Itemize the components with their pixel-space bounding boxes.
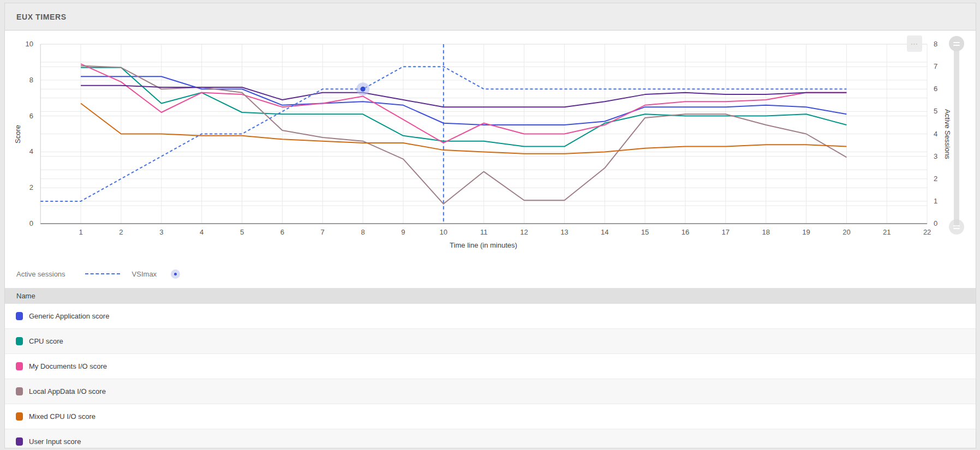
left-tick-label: 2 bbox=[29, 183, 33, 191]
right-tick-label: 2 bbox=[934, 175, 937, 183]
x-tick-label: 3 bbox=[159, 228, 163, 236]
table-row[interactable]: Local AppData I/O score bbox=[5, 379, 976, 404]
table-header: Name bbox=[5, 288, 976, 304]
sessions-slider-track[interactable] bbox=[954, 44, 959, 227]
table-row[interactable]: Generic Application score bbox=[5, 304, 976, 329]
x-tick-label: 22 bbox=[923, 228, 931, 236]
series-color-swatch bbox=[16, 337, 23, 345]
vsimax-point[interactable] bbox=[361, 87, 366, 92]
series-color-swatch bbox=[16, 437, 23, 446]
x-tick-label: 2 bbox=[119, 228, 123, 236]
right-tick-label: 1 bbox=[934, 197, 937, 205]
line-chart: 1234567891011121314151617181920212202468… bbox=[5, 31, 976, 260]
right-tick-label: 3 bbox=[934, 152, 937, 160]
right-tick-label: 5 bbox=[934, 107, 937, 115]
x-tick-label: 4 bbox=[200, 228, 204, 236]
series-color-swatch bbox=[16, 362, 23, 370]
x-tick-label: 15 bbox=[641, 228, 649, 236]
series-line-generic-application-score[interactable] bbox=[81, 76, 846, 125]
series-line-mixed-cpu-i-o-score[interactable] bbox=[81, 104, 846, 154]
panel-title: EUX TIMERS bbox=[16, 13, 67, 21]
right-tick-label: 7 bbox=[934, 62, 937, 70]
chart-region: 1234567891011121314151617181920212202468… bbox=[5, 31, 976, 260]
series-line-my-documents-i-o-score[interactable] bbox=[81, 64, 846, 143]
series-color-swatch bbox=[16, 387, 23, 395]
active-sessions-dash-icon bbox=[85, 273, 120, 274]
series-name-label: CPU score bbox=[29, 337, 63, 345]
left-tick-label: 8 bbox=[29, 76, 33, 84]
legend-vsimax-label: VSImax bbox=[132, 270, 157, 278]
x-tick-label: 9 bbox=[401, 228, 405, 236]
table-header-name: Name bbox=[16, 292, 35, 300]
handle-grip-icon bbox=[953, 225, 960, 226]
x-tick-label: 18 bbox=[762, 228, 769, 236]
table-row[interactable]: CPU score bbox=[5, 329, 976, 354]
right-tick-label: 4 bbox=[934, 130, 937, 138]
x-tick-label: 20 bbox=[842, 228, 850, 236]
left-tick-label: 10 bbox=[26, 40, 33, 48]
table-row[interactable]: Mixed CPU I/O score bbox=[5, 404, 976, 429]
table-row[interactable]: My Documents I/O score bbox=[5, 354, 976, 379]
sessions-slider-handle-top[interactable] bbox=[949, 36, 964, 51]
series-name-label: Mixed CPU I/O score bbox=[29, 412, 95, 421]
right-axis-title: Active Sessions bbox=[943, 109, 952, 159]
x-tick-label: 6 bbox=[280, 228, 284, 236]
left-tick-label: 6 bbox=[29, 112, 33, 120]
eux-timers-panel: EUX TIMERS 12345678910111213141516171819… bbox=[4, 3, 976, 448]
legend-active-sessions-label: Active sessions bbox=[16, 270, 65, 278]
x-tick-label: 8 bbox=[361, 228, 364, 236]
sessions-slider-handle-bottom[interactable] bbox=[949, 219, 964, 235]
x-tick-label: 7 bbox=[321, 228, 325, 236]
left-tick-label: 4 bbox=[29, 147, 33, 155]
series-name-label: Local AppData I/O score bbox=[29, 387, 106, 395]
handle-grip-icon bbox=[953, 42, 960, 43]
x-tick-label: 5 bbox=[240, 228, 244, 236]
series-name-label: Generic Application score bbox=[29, 312, 109, 320]
series-table: Generic Application score CPU score My D… bbox=[5, 304, 976, 448]
x-tick-label: 10 bbox=[440, 228, 447, 236]
right-tick-label: 0 bbox=[934, 219, 937, 227]
x-tick-label: 19 bbox=[802, 228, 810, 236]
x-tick-label: 14 bbox=[601, 228, 608, 236]
series-name-label: My Documents I/O score bbox=[29, 362, 107, 370]
chart-legend: Active sessions VSImax bbox=[5, 260, 976, 288]
x-tick-label: 13 bbox=[560, 228, 568, 236]
x-axis-title: Time line (in minutes) bbox=[450, 241, 517, 249]
panel-header: EUX TIMERS bbox=[5, 3, 976, 31]
x-tick-label: 16 bbox=[682, 228, 689, 236]
left-axis-title: Score bbox=[14, 125, 22, 143]
chart-menu-button[interactable]: ⋯ bbox=[907, 35, 922, 52]
vsimax-marker-icon bbox=[171, 269, 180, 279]
right-tick-label: 8 bbox=[934, 40, 937, 48]
left-tick-label: 0 bbox=[29, 219, 33, 227]
series-name-label: User Input score bbox=[29, 437, 81, 446]
series-line-local-appdata-i-o-score[interactable] bbox=[81, 65, 846, 203]
x-tick-label: 12 bbox=[520, 228, 528, 236]
handle-grip-icon bbox=[953, 228, 960, 229]
right-tick-label: 6 bbox=[934, 85, 937, 93]
handle-grip-icon bbox=[953, 45, 960, 46]
x-tick-label: 17 bbox=[722, 228, 730, 236]
x-tick-label: 11 bbox=[480, 228, 488, 236]
x-tick-label: 1 bbox=[79, 228, 82, 236]
series-color-swatch bbox=[16, 312, 23, 320]
x-tick-label: 21 bbox=[883, 228, 891, 236]
series-color-swatch bbox=[16, 412, 23, 421]
table-row[interactable]: User Input score bbox=[5, 429, 976, 448]
